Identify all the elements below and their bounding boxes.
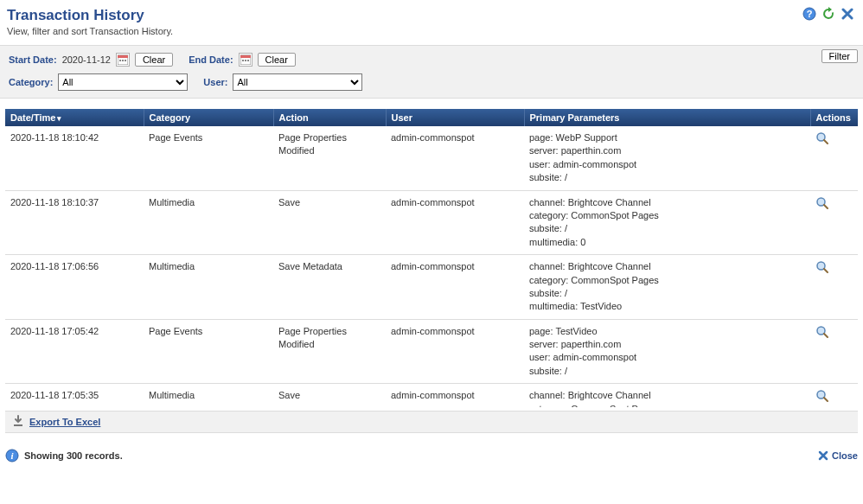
filter-bar: Filter Start Date: 2020-11-12 Clear End … [0, 45, 863, 99]
page-title: Transaction History [7, 7, 856, 24]
svg-line-21 [824, 398, 828, 401]
svg-rect-3 [118, 55, 128, 58]
svg-rect-9 [242, 60, 244, 61]
col-user[interactable]: User [386, 109, 524, 126]
table-row: 2020-11-18 18:10:37MultimediaSaveadmin-c… [5, 190, 858, 255]
table-row: 2020-11-18 17:06:56MultimediaSave Metada… [5, 255, 858, 320]
svg-line-17 [824, 269, 828, 272]
magnifier-icon[interactable] [815, 260, 829, 278]
magnifier-icon[interactable] [815, 325, 829, 342]
page-subtitle: View, filter and sort Transaction Histor… [7, 26, 856, 36]
export-to-excel-link[interactable]: Export To Excel [29, 417, 100, 427]
col-action[interactable]: Action [273, 109, 386, 126]
clear-end-date-button[interactable]: Clear [258, 53, 296, 67]
svg-text:?: ? [807, 9, 813, 19]
user-label: User: [203, 77, 227, 87]
col-category[interactable]: Category [144, 109, 273, 126]
table-row: 2020-11-18 17:05:35MultimediaSaveadmin-c… [5, 384, 858, 407]
svg-rect-8 [240, 55, 251, 58]
svg-rect-10 [245, 60, 246, 61]
end-date-label: End Date: [189, 54, 233, 65]
svg-line-19 [824, 334, 828, 337]
category-label: Category: [9, 77, 53, 87]
table-scroll-area[interactable]: Date/Time▾ Category Action User Primary … [5, 109, 858, 407]
records-count-text: Showing 300 records. [24, 450, 123, 461]
calendar-icon[interactable] [116, 53, 130, 67]
table-row: 2020-11-18 18:10:42Page EventsPage Prope… [5, 126, 858, 190]
category-select[interactable]: All [58, 73, 188, 91]
info-icon: i [5, 449, 19, 463]
refresh-icon[interactable] [821, 7, 835, 21]
svg-rect-11 [247, 60, 249, 61]
sort-desc-icon: ▾ [57, 114, 61, 123]
user-select[interactable]: All [233, 73, 362, 91]
download-icon [12, 415, 24, 429]
close-icon[interactable] [841, 7, 854, 21]
col-params[interactable]: Primary Parameters [524, 109, 810, 126]
clear-start-date-button[interactable]: Clear [135, 53, 173, 67]
svg-rect-5 [122, 60, 124, 61]
svg-rect-4 [119, 60, 121, 61]
col-actions[interactable]: Actions [810, 109, 858, 126]
calendar-icon[interactable] [239, 53, 253, 67]
magnifier-icon[interactable] [815, 196, 829, 214]
start-date-label: Start Date: [9, 54, 57, 65]
start-date-value: 2020-11-12 [62, 54, 111, 65]
svg-rect-6 [125, 60, 126, 61]
close-button[interactable]: Close [818, 450, 858, 461]
export-bar: Export To Excel [5, 411, 858, 433]
help-icon[interactable]: ? [802, 7, 816, 21]
svg-rect-24 [14, 424, 22, 426]
svg-line-15 [824, 205, 828, 208]
svg-line-13 [824, 140, 828, 144]
magnifier-icon[interactable] [815, 131, 829, 149]
magnifier-icon[interactable] [815, 389, 829, 406]
table-row: 2020-11-18 17:05:42Page EventsPage Prope… [5, 319, 858, 384]
transaction-table: Date/Time▾ Category Action User Primary … [5, 109, 858, 407]
filter-button[interactable]: Filter [821, 49, 858, 63]
col-datetime[interactable]: Date/Time▾ [5, 109, 144, 126]
